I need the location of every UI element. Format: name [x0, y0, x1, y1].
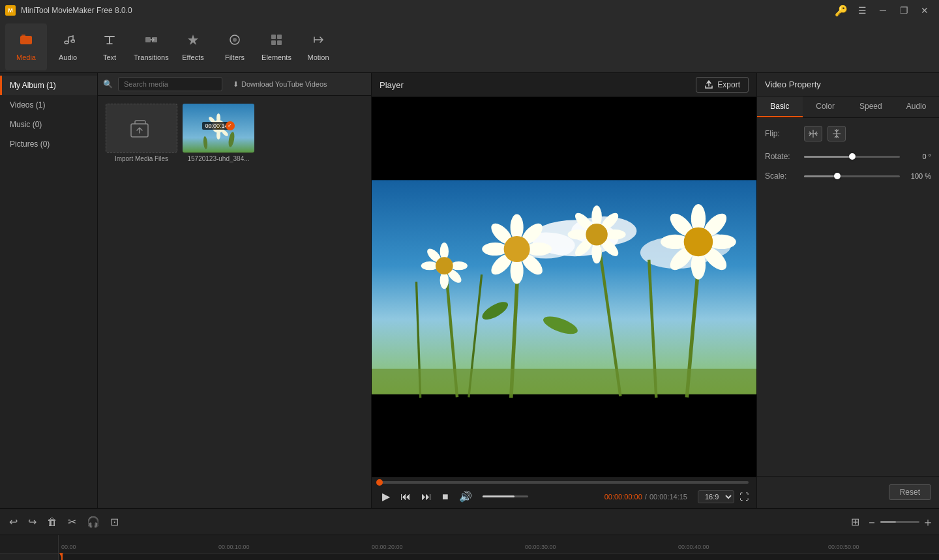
audio-icon [61, 33, 75, 51]
search-input[interactable] [118, 77, 222, 91]
toolbar-item-filters[interactable]: Filters [214, 23, 256, 70]
svg-point-8 [233, 38, 237, 42]
toolbar-item-motion[interactable]: Motion [297, 23, 339, 70]
search-icon: 🔍 [103, 80, 113, 89]
track-header-1: + 🔒 [0, 553, 58, 560]
app-title: MiniTool MovieMaker Free 8.0.0 [21, 6, 835, 15]
flip-label: Flip: [765, 129, 804, 138]
close-button[interactable]: ✕ [916, 4, 934, 17]
ruler-mark-2: 00:00:20:00 [372, 544, 403, 550]
time-separator: / [645, 493, 647, 501]
flip-row: Flip: [765, 126, 931, 141]
tab-speed[interactable]: Speed [848, 96, 894, 117]
media-area: 🔍 ⬇ Download YouTube Videos [98, 73, 371, 508]
rotate-slider[interactable] [804, 156, 900, 158]
play-button[interactable]: ▶ [380, 489, 393, 504]
elements-icon [269, 33, 284, 51]
key-icon: 🔑 [835, 5, 848, 17]
ruler-mark-1: 00:00:10:00 [218, 544, 250, 550]
rotate-handle[interactable] [849, 153, 856, 160]
undo-button[interactable]: ↩ [5, 513, 22, 531]
scale-fill [804, 175, 837, 177]
zoom-slider[interactable] [880, 521, 919, 523]
tab-color[interactable]: Color [803, 96, 848, 117]
next-frame-button[interactable]: ⏭ [419, 490, 434, 504]
right-panel-footer: Reset [757, 476, 939, 508]
playhead[interactable] [61, 553, 63, 560]
volume-button[interactable]: 🔊 [456, 489, 475, 504]
toolbar-item-transitions[interactable]: Transitions [130, 23, 172, 70]
toolbar-item-text[interactable]: Text [89, 23, 130, 70]
timeline-body: + 🔒 + 🔒 ♪ 🔒 00:00 00:00:10:00 00:00:20:0… [0, 535, 939, 560]
sidebar-item-my-album[interactable]: My Album (1) [0, 76, 97, 95]
seek-handle[interactable] [376, 479, 383, 486]
right-panel-header: Video Property [757, 73, 939, 96]
media-sidebar: My Album (1) Videos (1) Music (0) Pictur… [0, 73, 98, 508]
rotate-fill [804, 156, 852, 158]
svg-rect-78 [372, 369, 756, 394]
media-icon [19, 33, 33, 51]
motion-icon [311, 33, 325, 51]
import-media-item[interactable]: Import Media Files [106, 104, 177, 162]
zoom-in-button[interactable]: ＋ [922, 514, 934, 530]
track-1 [59, 553, 939, 560]
prev-frame-button[interactable]: ⏮ [398, 490, 413, 504]
transitions-icon [144, 33, 158, 51]
main-area: My Album (1) Videos (1) Music (0) Pictur… [0, 73, 939, 508]
scale-value: 100 % [905, 172, 931, 180]
video-media-item[interactable]: 00:00:14 ✓ 15720123-uhd_384... [183, 104, 254, 162]
aspect-ratio-select[interactable]: 16:9 9:16 4:3 1:1 [698, 490, 734, 503]
export-button[interactable]: Export [696, 77, 749, 93]
tab-basic[interactable]: Basic [757, 96, 803, 117]
cut-button[interactable]: ✂ [64, 513, 80, 531]
scale-handle[interactable] [834, 173, 841, 179]
svg-point-57 [586, 224, 607, 245]
toolbar-item-elements[interactable]: Elements [256, 23, 297, 70]
toolbar-item-media[interactable]: Media [5, 23, 47, 70]
sidebar-item-pictures[interactable]: Pictures (0) [0, 134, 97, 154]
volume-fill [483, 495, 514, 497]
video-media-label: 15720123-uhd_384... [183, 155, 254, 162]
ruler-mark-4: 00:00:40:00 [678, 544, 709, 550]
player-title: Player [380, 80, 404, 90]
timeline-content[interactable]: 00:00 00:00:10:00 00:00:20:00 00:00:30:0… [59, 535, 939, 560]
filters-icon [228, 33, 242, 51]
delete-button[interactable]: 🗑 [43, 514, 61, 531]
tab-audio[interactable]: Audio [893, 96, 939, 117]
flip-vertical-button[interactable] [827, 126, 846, 141]
redo-button[interactable]: ↪ [24, 513, 40, 531]
fullscreen-button[interactable]: ⛶ [739, 492, 749, 502]
timeline-ruler: 00:00 00:00:10:00 00:00:20:00 00:00:30:0… [59, 535, 939, 553]
app-icon: M [5, 5, 16, 16]
scale-slider[interactable] [804, 175, 900, 177]
video-frame [372, 97, 756, 477]
volume-slider[interactable] [483, 495, 528, 497]
toolbar-item-audio[interactable]: Audio [47, 23, 89, 70]
fit-timeline-button[interactable]: ⊞ [847, 513, 863, 531]
tracks-container: 15720123-uhd_3840_2160_50fps [59, 553, 939, 560]
crop-button[interactable]: ⊡ [106, 513, 123, 531]
flip-horizontal-button[interactable] [804, 126, 822, 141]
stop-button[interactable]: ■ [440, 490, 451, 504]
menu-button[interactable]: ☰ [853, 4, 871, 17]
svg-point-75 [684, 228, 713, 257]
download-youtube-button[interactable]: ⬇ Download YouTube Videos [228, 78, 333, 91]
property-tabs: Basic Color Speed Audio [757, 96, 939, 118]
minimize-button[interactable]: ─ [874, 4, 892, 17]
zoom-out-button[interactable]: － [866, 514, 878, 530]
toolbar-audio-label: Audio [59, 53, 77, 61]
seek-bar[interactable] [380, 481, 749, 484]
media-toolbar: 🔍 ⬇ Download YouTube Videos [98, 73, 371, 96]
rotate-row: Rotate: 0 ° [765, 152, 931, 161]
zoom-fill [880, 521, 896, 523]
sidebar-item-music[interactable]: Music (0) [0, 115, 97, 134]
reset-button[interactable]: Reset [889, 484, 931, 500]
track-header-ruler [0, 535, 58, 553]
sidebar-item-videos[interactable]: Videos (1) [0, 95, 97, 115]
restore-button[interactable]: ❐ [895, 4, 913, 17]
toolbar-item-effects[interactable]: Effects [172, 23, 214, 70]
property-content: Flip: [757, 118, 939, 476]
controls-row: ▶ ⏮ ⏭ ■ 🔊 00:00:00:00 / 00:00:14:15 16:9… [380, 489, 749, 504]
audio-detach-button[interactable]: 🎧 [83, 513, 104, 531]
video-media-thumb: 00:00:14 ✓ [183, 104, 254, 153]
